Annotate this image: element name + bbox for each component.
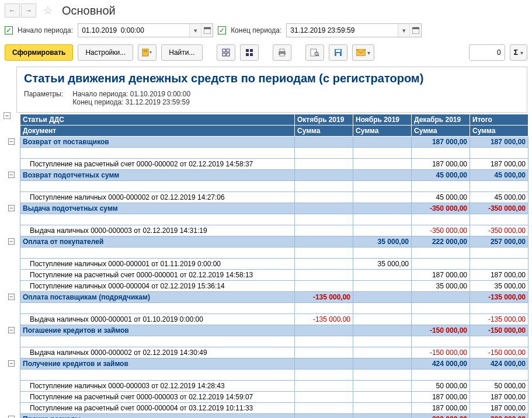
document-row[interactable]: Поступление на расчетный счет 0000-00000… <box>20 270 528 281</box>
document-row[interactable]: Поступление на расчетный счет 0000-00000… <box>20 403 528 414</box>
end-period-label: Конец периода: <box>231 26 281 34</box>
report-table: Статьи ДДС Октябрь 2019 Ноябрь 2019 Дека… <box>20 114 528 418</box>
spacer-row <box>20 336 528 347</box>
svg-rect-12 <box>250 49 253 52</box>
svg-rect-17 <box>280 54 284 56</box>
svg-rect-1 <box>204 27 211 29</box>
category-row[interactable]: Возврат от поставщиков187 000,00187 000,… <box>20 137 528 148</box>
category-row[interactable]: Оплата поставщикам (подрядчикам)-135 000… <box>20 292 528 303</box>
report-table-area: Статьи ДДС Октябрь 2019 Ноябрь 2019 Дека… <box>4 114 528 418</box>
spacer-row <box>20 214 528 225</box>
header-period-3: Итого <box>470 114 528 126</box>
start-date-field[interactable] <box>78 24 189 37</box>
document-row[interactable]: Выдача наличных 0000-000002 от 02.12.201… <box>20 347 528 358</box>
start-date-input: ▾ <box>78 23 213 37</box>
svg-rect-3 <box>412 27 419 29</box>
group-toggle[interactable]: − <box>8 238 15 245</box>
back-button[interactable]: ← <box>5 4 20 18</box>
group-toggle[interactable]: − <box>8 294 15 300</box>
expand-groups-button[interactable] <box>217 44 235 61</box>
print-button[interactable] <box>273 44 291 61</box>
svg-line-20 <box>318 55 319 56</box>
report-area: − Статьи движения денежных средств по пе… <box>0 67 532 418</box>
category-row[interactable]: Выдача подотчетных сумм-350 000,00-350 0… <box>20 203 528 214</box>
header-period-1: Ноябрь 2019 <box>353 114 412 126</box>
header-sum-1: Сумма <box>353 126 412 137</box>
email-button[interactable]: ▾ <box>352 44 374 61</box>
end-date-calendar-icon[interactable] <box>409 24 421 37</box>
variants-dropdown-button[interactable] <box>138 44 157 61</box>
group-toggle[interactable]: − <box>8 327 15 333</box>
header-doc: Документ <box>20 126 295 137</box>
group-toggle[interactable]: − <box>8 138 15 145</box>
forward-button[interactable]: → <box>21 4 36 18</box>
toolbar: Сформировать Настройки... Найти... ▾ Σ ▾ <box>0 42 532 67</box>
document-row[interactable]: Выдача наличных 0000-000001 от 01.10.201… <box>20 314 528 325</box>
find-button[interactable]: Найти... <box>161 44 202 61</box>
svg-rect-13 <box>246 53 249 56</box>
svg-rect-9 <box>222 53 225 56</box>
spacer-row <box>20 303 528 314</box>
header-period-0: Октябрь 2019 <box>295 114 353 126</box>
generate-button[interactable]: Сформировать <box>5 44 73 61</box>
table-head: Статьи ДДС Октябрь 2019 Ноябрь 2019 Дека… <box>20 114 528 137</box>
group-toggle[interactable]: − <box>8 172 15 178</box>
start-period-label: Начало периода: <box>18 26 73 34</box>
svg-rect-14 <box>250 53 253 56</box>
category-row[interactable]: Оплата от покупателей35 000,00222 000,00… <box>20 236 528 248</box>
end-date-dropdown-icon[interactable]: ▾ <box>398 24 409 37</box>
topbar: ← → ☆ Основной <box>0 0 532 21</box>
favorite-icon[interactable]: ☆ <box>41 4 55 18</box>
document-row[interactable]: Поступление наличных 0000-000002 от 02.1… <box>20 192 528 203</box>
start-date-calendar-icon[interactable] <box>201 24 213 37</box>
param-end: Конец периода: 31.12.2019 23:59:59 <box>72 98 190 106</box>
category-row[interactable]: Получение кредитов и займов424 000,00424… <box>20 358 528 370</box>
period-bar: ✓ Начало периода: ▾ ✓ Конец периода: ▾ <box>0 21 532 42</box>
group-toggle[interactable]: − <box>8 205 15 211</box>
category-row[interactable]: Погашение кредитов и займов-150 000,00-1… <box>20 325 528 336</box>
params-values: Начало периода: 01.10.2019 0:00:00 Конец… <box>72 90 190 106</box>
collapse-groups-button[interactable] <box>240 44 259 61</box>
svg-rect-7 <box>222 49 225 52</box>
spacer-row <box>20 148 528 159</box>
end-date-input: ▾ <box>286 23 422 37</box>
group-toggle[interactable]: − <box>8 416 15 419</box>
save-button[interactable] <box>329 44 347 61</box>
report-header: Статьи движения денежных средств по пери… <box>16 67 527 113</box>
svg-rect-23 <box>336 53 340 56</box>
document-row[interactable]: Выдача наличных 0000-000003 от 02.12.201… <box>20 225 528 236</box>
start-date-dropdown-icon[interactable]: ▾ <box>189 24 201 37</box>
header-sum-2: Сумма <box>412 126 470 137</box>
sigma-button[interactable]: Σ ▾ <box>510 44 527 61</box>
svg-rect-4 <box>142 49 148 56</box>
start-period-checkbox[interactable]: ✓ <box>5 26 13 34</box>
document-row[interactable]: Поступление на расчетный счет 0000-00000… <box>20 392 528 403</box>
sum-field[interactable] <box>470 45 505 60</box>
settings-button[interactable]: Настройки... <box>78 44 133 61</box>
group-toggle[interactable]: − <box>8 360 15 367</box>
category-row[interactable]: Возврат подотчетных сумм45 000,0045 000,… <box>20 170 528 181</box>
document-row[interactable]: Поступление на расчетный счет 0000-00000… <box>20 159 528 170</box>
page-title: Основной <box>62 4 116 18</box>
params-label: Параметры: <box>24 90 63 106</box>
preview-button[interactable] <box>305 44 324 61</box>
sigma-icon: Σ <box>514 48 518 57</box>
header-sum-0: Сумма <box>295 126 353 137</box>
spacer-row <box>20 248 528 259</box>
spacer-row <box>20 370 528 381</box>
end-period-checkbox[interactable]: ✓ <box>218 26 226 34</box>
end-date-field[interactable] <box>287 24 398 37</box>
category-row[interactable]: Прочие расходы-300 000,00-300 000,00 <box>20 414 528 419</box>
svg-rect-6 <box>144 51 147 52</box>
table-body: Возврат от поставщиков187 000,00187 000,… <box>20 137 528 419</box>
svg-rect-16 <box>280 49 284 51</box>
header-sum-3: Сумма <box>470 126 528 137</box>
document-row[interactable]: Поступление наличных 0000-000003 от 02.1… <box>20 381 528 392</box>
document-row[interactable]: Поступление наличных 0000-000004 от 02.1… <box>20 281 528 292</box>
spacer-row <box>20 181 528 192</box>
document-row[interactable]: Поступление наличных 0000-000001 от 01.1… <box>20 259 528 270</box>
param-start: Начало периода: 01.10.2019 0:00:00 <box>72 90 190 98</box>
svg-rect-10 <box>227 53 230 56</box>
header-period-2: Декабрь 2019 <box>412 114 470 126</box>
header-group: Статьи ДДС <box>20 114 295 126</box>
